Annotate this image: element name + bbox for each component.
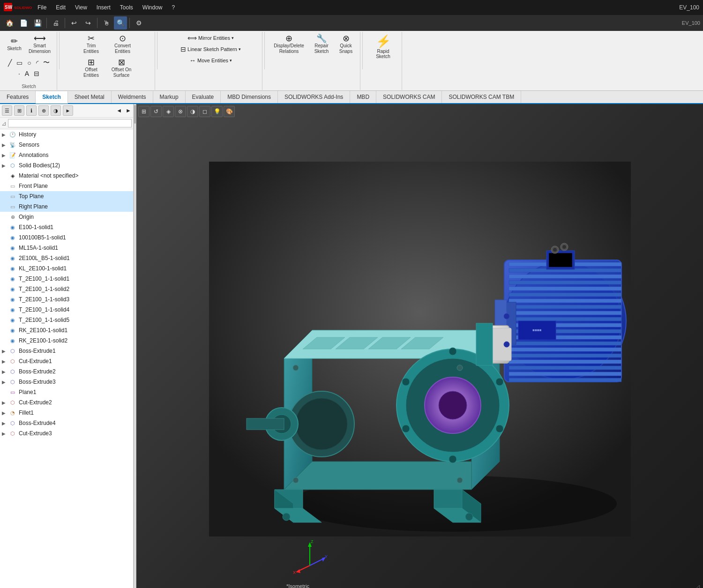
mirror-entities-button[interactable]: ⟺ Mirror Entities ▾ [184,33,238,43]
trim-entities-button[interactable]: ✂ TrimEntities [77,33,105,56]
menu-help[interactable]: ? [170,3,177,12]
tree-item-solidbodies[interactable]: ▶ ⬡ Solid Bodies(12) [0,160,133,171]
filter-input[interactable] [8,119,132,127]
tree-item-rk2e100-2[interactable]: ◉ RK_2E100-1-solid2 [0,335,133,346]
sensors-icon: 📡 [8,141,17,149]
undo-button[interactable]: ↩ [67,16,81,30]
tree-item-frontplane[interactable]: ▭ Front Plane [0,181,133,191]
tab-sketch[interactable]: Sketch [36,91,67,104]
menu-edit[interactable]: Edit [54,3,67,12]
tree-item-t2e100-5[interactable]: ◉ T_2E100_1-1-solid5 [0,315,133,325]
repair-sketch-button[interactable]: 🔧 RepairSketch [309,33,335,56]
tab-solidworks-cam[interactable]: SOLIDWORKS CAM [376,91,442,103]
text-tool[interactable]: A [23,69,31,78]
tab-markup[interactable]: Markup [153,91,186,103]
menu-view[interactable]: View [73,3,89,12]
sidebar-tool-play[interactable]: ► [63,105,73,116]
tree-item-cutextrude3[interactable]: ▶ ⬡ Cut-Extrude3 [0,428,133,439]
tree-item-ml15a[interactable]: ◉ ML15A-1-solid1 [0,243,133,253]
rectangle-tool[interactable]: ▭ [15,58,24,68]
convert-entities-button[interactable]: ⊙ ConvertEntities [106,33,139,56]
sidebar-nav-prev[interactable]: ◄ [116,107,122,114]
tree-item-annotations[interactable]: ▶ 📝 Annotations [0,150,133,160]
t2e100-2-label: T_2E100_1-1-solid2 [19,286,69,292]
tree-item-topplane[interactable]: ▭ Top Plane [0,191,133,201]
tree-item-material[interactable]: ◈ Material <not specified> [0,171,133,181]
tree-item-rightplane[interactable]: ▭ Right Plane [0,201,133,212]
tree-item-bossextrude1[interactable]: ▶ ⬡ Boss-Extrude1 [0,346,133,356]
tree-item-2e100l[interactable]: ◉ 2E100L_B5-1-solid1 [0,253,133,263]
model-canvas: ■■■■ [136,104,703,588]
smart-dimension-button[interactable]: ⟷ SmartDimension [26,33,54,56]
tree-item-bossextrude2[interactable]: ▶ ⬡ Boss-Extrude2 [0,366,133,377]
new-button[interactable]: 🏠 [3,16,16,30]
tree-item-bossextrude3[interactable]: ▶ ⬡ Boss-Extrude3 [0,377,133,387]
tree-item-rk2e100-1[interactable]: ◉ RK_2E100-1-solid1 [0,325,133,335]
menu-tools[interactable]: Tools [118,3,135,12]
sidebar-tool-table[interactable]: ⊞ [14,105,24,116]
display-delete-relations-button[interactable]: ⊕ Display/DeleteRelations [270,33,308,56]
open-button[interactable]: 📄 [17,16,30,30]
svg-line-85 [298,566,310,571]
tree-item-kl2e100[interactable]: ◉ KL_2E100-1-solid1 [0,263,133,274]
point-tool[interactable]: · [16,69,22,78]
move-entities-button[interactable]: ↔ Move Entities ▾ [186,55,236,66]
pattern-dropdown[interactable]: ▾ [239,47,241,52]
spline-tool[interactable]: 〜 [41,58,52,68]
tree-item-origin[interactable]: ⊕ Origin [0,212,133,222]
frontplane-label: Front Plane [19,183,48,189]
tab-mbd-dimensions[interactable]: MBD Dimensions [221,91,278,103]
offset-surface-button[interactable]: ⊠ Offset OnSurface [105,57,138,80]
sketch-button[interactable]: ✏ Sketch [4,36,25,53]
quick-snaps-button[interactable]: ⊗ QuickSnaps [336,33,357,56]
circle-tool[interactable]: ○ [25,58,33,68]
tree-item-fillet1[interactable]: ▶ ◔ Fillet1 [0,408,133,418]
tree-item-plane1[interactable]: ▭ Plane1 [0,387,133,397]
sidebar-tool-magnify[interactable]: ⊕ [38,105,49,116]
tree-item-sensors[interactable]: ▶ 📡 Sensors [0,140,133,150]
redo-button[interactable]: ↪ [82,16,95,30]
rapid-sketch-button[interactable]: ⚡ RapidSketch [372,33,395,60]
sidebar-nav-next[interactable]: ► [126,107,131,114]
tree-item-t2e100-2[interactable]: ◉ T_2E100_1-1-solid2 [0,284,133,294]
menu-file[interactable]: File [36,3,48,12]
frontplane-icon: ▭ [8,182,17,190]
tree-item-100100b5[interactable]: ◉ 100100B5-1-solid1 [0,232,133,243]
tab-mbd[interactable]: MBD [350,91,376,103]
zoom-button[interactable]: 🔍 [114,16,127,30]
coordinate-triad: Z Y X [291,537,329,575]
sketch-section: ✏ Sketch ⟷ SmartDimension ╱ ▭ ○ ◜ 〜 · A … [1,32,57,90]
print-button[interactable]: 🖨 [49,16,62,30]
settings-button[interactable]: ⚙ [132,16,145,30]
save-button[interactable]: 💾 [31,16,44,30]
tab-weldments[interactable]: Weldments [112,91,153,103]
tree-item-bossextrude4[interactable]: ▶ ⬡ Boss-Extrude4 [0,418,133,428]
arc-tool[interactable]: ◜ [34,58,40,68]
tree-item-history[interactable]: ▶ 🕐 History [0,129,133,140]
tree-item-e100[interactable]: ◉ E100-1-solid1 [0,222,133,232]
line-tool[interactable]: ╱ [6,58,14,68]
menu-insert[interactable]: Insert [95,3,112,12]
tab-features[interactable]: Features [0,91,36,103]
sidebar-tool-info[interactable]: ℹ [26,105,37,116]
tree-item-cutextrude2[interactable]: ▶ ⬡ Cut-Extrude2 [0,397,133,408]
tab-solidworks-addins[interactable]: SOLIDWORKS Add-Ins [278,91,350,103]
tab-sheet-metal[interactable]: Sheet Metal [68,91,112,103]
sidebar-tool-color[interactable]: ◑ [51,105,61,116]
tab-evaluate[interactable]: Evaluate [186,91,221,103]
tree-item-t2e100-4[interactable]: ◉ T_2E100_1-1-solid4 [0,305,133,315]
sidebar-tool-list[interactable]: ☰ [2,105,12,116]
tab-solidworks-cam-tbm[interactable]: SOLIDWORKS CAM TBM [442,91,521,103]
tree-item-t2e100-1[interactable]: ◉ T_2E100_1-1-solid1 [0,274,133,284]
offset-entities-button[interactable]: ⊞ OffsetEntities [78,57,104,80]
viewport[interactable]: ⊞ ↺ ◈ ⊗ ◑ ◻ 💡 🎨 [136,104,703,588]
tree-item-t2e100-3[interactable]: ◉ T_2E100_1-1-solid3 [0,294,133,305]
mirror-dropdown[interactable]: ▾ [232,36,234,40]
bossextrude3-label: Boss-Extrude3 [19,379,56,385]
select-button[interactable]: 🖱 [100,16,113,30]
menu-window[interactable]: Window [141,3,165,12]
move-dropdown[interactable]: ▾ [230,58,232,63]
tree-item-cutextrude1[interactable]: ▶ ⬡ Cut-Extrude1 [0,356,133,366]
construction-tool[interactable]: ⊟ [32,69,41,78]
linear-pattern-button[interactable]: ⊟ Linear Sketch Pattern ▾ [177,44,245,54]
